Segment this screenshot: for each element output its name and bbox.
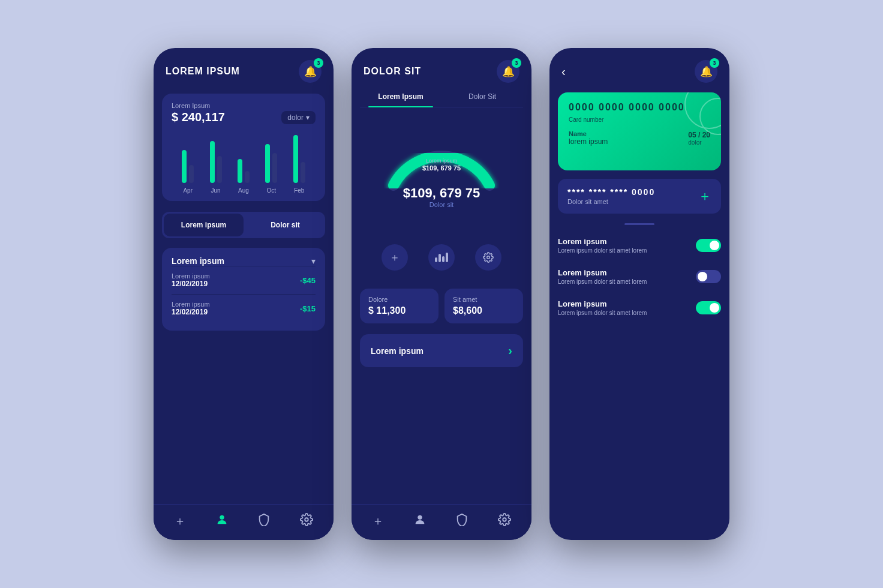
- gauge-main-text: $109, 679 75 Dolor sit: [403, 185, 480, 208]
- svg-point-7: [685, 92, 721, 128]
- back-button[interactable]: ‹: [561, 65, 566, 79]
- chevron-down-icon-accordion: ▾: [311, 256, 316, 266]
- svg-point-0: [220, 515, 224, 520]
- stat-label-sit: Sit amet: [453, 296, 515, 303]
- bar-oct-1: [265, 144, 270, 183]
- bell-button-1[interactable]: 🔔 3: [299, 60, 322, 83]
- nav-shield-icon-2[interactable]: [455, 513, 468, 529]
- bell-icon-3: 🔔: [700, 65, 713, 78]
- lorem-btn-text: Lorem ipsum: [371, 346, 424, 356]
- add-action-button[interactable]: ＋: [382, 244, 408, 271]
- settings-action-button[interactable]: [475, 244, 501, 271]
- add-card-button[interactable]: ＋: [698, 187, 711, 205]
- toggle-item-3: Lorem ipsum Lorem ipsum dolor sit amet l…: [549, 292, 729, 323]
- trans-info-1: Lorem ipsum 12/02/2019: [172, 272, 210, 288]
- chart-icon-button[interactable]: [428, 244, 455, 271]
- trans-name-2: Lorem ipsum: [172, 301, 210, 308]
- toggle-switch-1[interactable]: [696, 239, 721, 252]
- trans-amount-2: -$15: [300, 304, 316, 313]
- bar-aug-1: [238, 159, 242, 183]
- stat-value-sit: $8,600: [453, 305, 515, 316]
- chart-label-apr: Apr: [183, 187, 193, 194]
- nav-shield-icon-1[interactable]: [257, 513, 271, 529]
- tab-dolor-sit[interactable]: Dolor sit: [245, 212, 325, 238]
- bar-feb-2: [301, 162, 305, 183]
- bell-icon-2: 🔔: [502, 65, 515, 78]
- svg-point-8: [700, 98, 721, 134]
- gauge-desc: Dolor sit: [403, 201, 480, 208]
- screen2-phone: DOLOR SIT 🔔 3 Lorem Ipsum Dolor Sit Lore…: [352, 48, 531, 540]
- gauge-container: Lorem ipsum $109, 679 75 $109, 679 75 Do…: [352, 107, 531, 283]
- bell-button-2[interactable]: 🔔 3: [497, 60, 519, 83]
- chart-label-feb: Feb: [294, 187, 304, 194]
- stat-label-dolore: Dolore: [368, 296, 430, 303]
- s2-tab-lorem[interactable]: Lorem Ipsum: [360, 86, 442, 107]
- nav-user-icon-2[interactable]: [413, 513, 427, 529]
- trans-date-2: 12/02/2019: [172, 308, 210, 316]
- toggle-item-2: Lorem ipsum Lorem ipsum dolor sit amet l…: [549, 261, 729, 292]
- stat-value-dolore: $ 11,300: [368, 305, 430, 316]
- accordion-card: Lorem ipsum ▾ Lorem ipsum 12/02/2019 -$4…: [162, 248, 325, 331]
- lorem-cta-button[interactable]: Lorem ipsum ›: [360, 334, 523, 367]
- screen3-header: ‹ 🔔 3: [549, 48, 729, 89]
- chart-group-oct: Oct: [265, 144, 277, 194]
- bell-button-3[interactable]: 🔔 3: [695, 60, 717, 83]
- add-card-info: **** **** **** 0000 Dolor sit amet: [567, 187, 655, 205]
- nav-settings-icon-2[interactable]: [498, 513, 511, 529]
- transaction-item-2: Lorem ipsum 12/02/2019 -$15: [172, 294, 316, 322]
- accordion-header[interactable]: Lorem ipsum ▾: [172, 256, 316, 266]
- tab-lorem-ipsum[interactable]: Lorem ipsum: [164, 214, 244, 236]
- toggle-item-1: Lorem ipsum Lorem ipsum dolor sit amet l…: [549, 230, 729, 261]
- transaction-item-1: Lorem ipsum 12/02/2019 -$45: [172, 266, 316, 294]
- trans-date-1: 12/02/2019: [172, 280, 210, 288]
- nav-add-icon-2[interactable]: ＋: [372, 513, 384, 529]
- toggle-title-3: Lorem ipsum: [558, 299, 647, 308]
- card-decoration: [667, 92, 721, 146]
- svg-text:$109, 679 75: $109, 679 75: [422, 164, 461, 172]
- bar-apr-2: [189, 165, 194, 183]
- toggle-switch-2[interactable]: [696, 270, 721, 283]
- add-card-section: **** **** **** 0000 Dolor sit amet ＋: [558, 179, 721, 214]
- gauge-amount: $109, 679 75: [403, 185, 480, 201]
- toggle-switch-3[interactable]: [696, 301, 721, 314]
- stat-cards: Dolore $ 11,300 Sit amet $8,600: [360, 289, 523, 323]
- bell-badge-1: 3: [314, 58, 323, 68]
- toggle-text-2: Lorem ipsum Lorem ipsum dolor sit amet l…: [558, 268, 647, 285]
- nav-settings-icon-1[interactable]: [300, 513, 313, 529]
- chart-group-aug: Aug: [238, 159, 250, 194]
- chart-group-feb: Feb: [293, 135, 305, 194]
- screen1-phone: LOREM IPSUM 🔔 3 Lorem Ipsum $ 240,117 do…: [154, 48, 334, 540]
- tabs-row: Lorem ipsum Dolor sit: [162, 212, 325, 238]
- bars-icon: [435, 253, 448, 262]
- bell-badge-3: 3: [710, 58, 719, 68]
- card-name-label: Name: [569, 130, 608, 137]
- card-name-section: Name lorem ipsum: [569, 130, 608, 146]
- masked-card-number: **** **** **** 0000: [567, 187, 655, 197]
- screen2-tabs: Lorem Ipsum Dolor Sit: [360, 86, 523, 107]
- toggle-desc-2: Lorem ipsum dolor sit amet lorem: [558, 278, 647, 285]
- credit-card: 0000 0000 0000 0000 Card number Name lor…: [558, 92, 721, 170]
- arrow-right-icon: ›: [508, 344, 512, 358]
- svg-point-5: [418, 515, 422, 520]
- toggle-desc-3: Lorem ipsum dolor sit amet lorem: [558, 310, 647, 316]
- nav-add-icon-1[interactable]: ＋: [174, 513, 186, 529]
- toggle-title-2: Lorem ipsum: [558, 268, 647, 277]
- chart-label-aug: Aug: [238, 187, 249, 194]
- svg-text:Lorem ipsum: Lorem ipsum: [426, 158, 457, 164]
- svg-point-6: [503, 518, 506, 521]
- balance-label: Lorem Ipsum: [172, 102, 316, 109]
- nav-user-icon-1[interactable]: [215, 513, 229, 529]
- chart-label-oct: Oct: [267, 187, 277, 194]
- bar-oct-2: [272, 153, 277, 183]
- chart-group-apr: Apr: [182, 150, 194, 194]
- bar-jun-1: [210, 141, 215, 183]
- screen2-header: DOLOR SIT 🔔 3: [352, 48, 531, 86]
- dropdown-button[interactable]: dolor ▾: [281, 111, 316, 124]
- stat-card-dolore: Dolore $ 11,300: [360, 289, 439, 323]
- screen3-phone: ‹ 🔔 3 0000 0000 0000 0000 Card number Na…: [549, 48, 729, 540]
- bar-feb-1: [293, 135, 298, 183]
- balance-card: Lorem Ipsum $ 240,117 dolor ▾ Apr: [162, 94, 325, 201]
- card-name-value: lorem ipsum: [569, 137, 608, 146]
- screen1-header: LOREM IPSUM 🔔 3: [154, 48, 334, 89]
- s2-tab-dolor[interactable]: Dolor Sit: [442, 86, 523, 107]
